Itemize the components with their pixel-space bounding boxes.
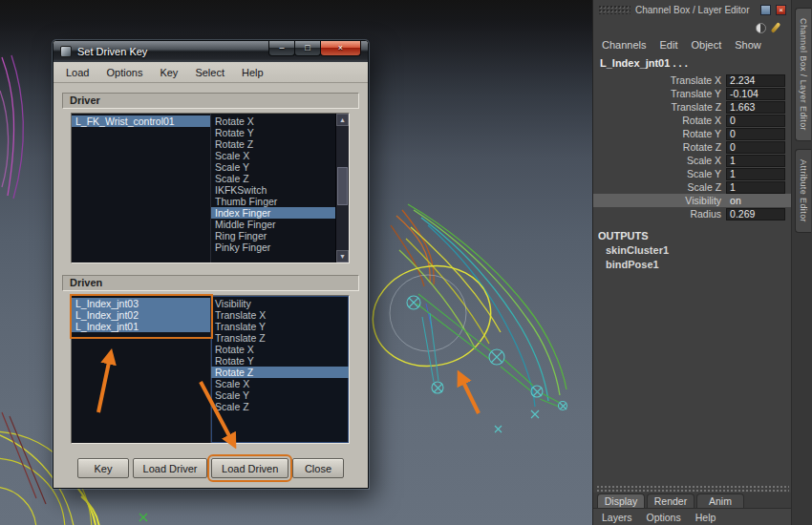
channel-value-field[interactable]: on	[726, 195, 785, 207]
menu-item-select[interactable]: Select	[195, 67, 224, 78]
menu-item-options[interactable]: Options	[647, 512, 681, 523]
driver-objects-pane[interactable]: L_FK_Wrist_control01	[72, 114, 211, 262]
driver-scrollbar[interactable]: ▲ ▼	[335, 114, 349, 262]
drag-grip-icon[interactable]	[598, 5, 630, 14]
driver-attributes-pane[interactable]: Rotate X Rotate Y Rotate Z Scale X Scale…	[211, 114, 335, 262]
layer-editor-header: Display Render Anim Layers Options Help	[593, 484, 791, 525]
channel-name: Rotate Z	[593, 141, 726, 153]
menu-item-key[interactable]: Key	[160, 67, 178, 78]
minimize-button[interactable]: –	[268, 41, 295, 56]
driver-attribute-row[interactable]: Ring Finger	[211, 230, 335, 242]
driver-attribute-row[interactable]: Rotate X	[211, 116, 335, 127]
tab-anim[interactable]: Anim	[696, 494, 744, 508]
menu-item-object[interactable]: Object	[691, 39, 721, 51]
driver-attribute-row-selected[interactable]: Index Finger	[211, 207, 335, 219]
driven-attribute-row[interactable]: Scale X	[211, 378, 349, 389]
maximize-button[interactable]: □	[294, 41, 321, 56]
channel-value-field[interactable]: 1	[726, 155, 785, 167]
channel-value-field[interactable]: 0.269	[726, 208, 785, 220]
tab-render[interactable]: Render	[647, 494, 694, 508]
channel-name: Scale X	[593, 155, 726, 166]
splitter-handle[interactable]	[595, 484, 789, 493]
channel-value-field[interactable]: -0.104	[726, 88, 785, 100]
driver-attribute-row[interactable]: Scale Z	[211, 173, 335, 184]
channel-value-field[interactable]: 0	[726, 115, 785, 127]
driver-attribute-row[interactable]: Thumb Finger	[211, 196, 335, 207]
close-button[interactable]: ×	[320, 41, 361, 56]
drag-grip-icon[interactable]	[755, 5, 757, 14]
driven-attribute-row[interactable]: Scale Z	[211, 401, 349, 412]
close-dialog-button[interactable]: Close	[292, 458, 344, 478]
menu-item-show[interactable]: Show	[735, 39, 761, 51]
tab-display[interactable]: Display	[597, 494, 645, 508]
channel-value-field[interactable]: 0	[726, 128, 785, 140]
window-title: Set Driven Key	[77, 46, 147, 57]
menu-item-layers[interactable]: Layers	[602, 512, 632, 523]
window-controls: – □ ×	[269, 41, 361, 56]
driven-objects-pane[interactable]: L_Index_jnt03 L_Index_jnt02 L_Index_jnt0…	[72, 296, 211, 443]
channel-value-field[interactable]: 1.663	[726, 101, 785, 114]
pin-icon[interactable]	[771, 22, 781, 33]
scroll-up-icon[interactable]: ▲	[336, 114, 349, 126]
panel-window-icon[interactable]	[760, 5, 771, 15]
channel-name: Translate Z	[593, 101, 726, 113]
panel-titlebar[interactable]: Channel Box / Layer Editor ×	[593, 0, 791, 19]
panel-close-icon[interactable]: ×	[776, 5, 786, 15]
driven-attribute-row[interactable]: Visibility	[211, 298, 349, 309]
contrast-toggle-icon[interactable]	[756, 23, 766, 33]
titlebar[interactable]: Set Driven Key – □ ×	[53, 41, 368, 62]
menu-item-options[interactable]: Options	[106, 67, 142, 78]
channel-name: Visibility	[593, 195, 726, 206]
scroll-track[interactable]	[336, 126, 349, 250]
driven-attribute-row[interactable]: Scale Y	[211, 389, 349, 401]
driven-object-row-selected[interactable]: L_Index_jnt01	[72, 321, 210, 332]
channel-box-panel: Channel Box / Layer Editor × Channels Ed…	[592, 0, 812, 525]
channel-value-field[interactable]: 0	[726, 141, 785, 154]
load-driven-button[interactable]: Load Driven	[211, 458, 288, 478]
dialog-icon	[60, 46, 72, 57]
channel-name: Translate Y	[593, 88, 726, 99]
object-name[interactable]: L_Index_jnt01 . . .	[593, 53, 791, 74]
menu-item-help[interactable]: Help	[695, 512, 716, 523]
driven-attribute-row[interactable]: Translate Z	[211, 332, 349, 344]
output-item[interactable]: bindPose1	[593, 258, 791, 272]
channel-row: Rotate Z 0	[593, 140, 791, 154]
scroll-down-icon[interactable]: ▼	[336, 250, 349, 262]
driven-object-row-selected[interactable]: L_Index_jnt02	[72, 309, 210, 321]
tab-attribute-editor[interactable]: Attribute Editor	[795, 149, 811, 233]
key-button[interactable]: Key	[77, 458, 129, 478]
driven-attribute-row[interactable]: Translate X	[211, 309, 349, 321]
dialog-buttons: Key Load Driver Load Driven Close	[53, 458, 368, 478]
driver-attribute-row[interactable]: IKFKSwitch	[211, 184, 335, 196]
close-icon: ×	[338, 43, 343, 52]
menu-item-help[interactable]: Help	[242, 67, 264, 78]
channel-row: Radius 0.269	[593, 207, 791, 220]
driver-attribute-row[interactable]: Rotate Z	[211, 138, 335, 150]
menu-item-channels[interactable]: Channels	[602, 39, 646, 51]
menu-item-load[interactable]: Load	[66, 67, 89, 78]
channel-value-field[interactable]: 1	[726, 168, 785, 180]
load-driver-button[interactable]: Load Driver	[133, 458, 208, 478]
channel-row: Translate Z 1.663	[593, 100, 791, 114]
driven-attribute-row[interactable]: Translate Y	[211, 321, 349, 332]
channel-row: Scale Y 1	[593, 167, 791, 180]
driver-attribute-row[interactable]: Rotate Y	[211, 127, 335, 138]
driver-attribute-row[interactable]: Pinky Finger	[211, 242, 335, 253]
channel-value-field[interactable]: 1	[726, 181, 785, 194]
channel-name: Rotate Y	[593, 128, 726, 139]
driven-attribute-row[interactable]: Rotate X	[211, 344, 349, 355]
driven-object-row-selected[interactable]: L_Index_jnt03	[72, 298, 210, 309]
driven-attribute-row-selected[interactable]: Rotate Z	[211, 367, 349, 378]
driver-object-row[interactable]: L_FK_Wrist_control01	[72, 116, 210, 127]
channel-value-field[interactable]: 2.234	[726, 74, 785, 87]
driven-attributes-pane[interactable]: Visibility Translate X Translate Y Trans…	[211, 296, 349, 443]
driver-attribute-row[interactable]: Middle Finger	[211, 219, 335, 230]
driver-attribute-row[interactable]: Scale X	[211, 150, 335, 161]
output-item[interactable]: skinCluster1	[593, 243, 791, 258]
tab-channel-box-layer-editor[interactable]: Channel Box / Layer Editor	[795, 8, 811, 141]
menu-item-edit[interactable]: Edit	[659, 39, 677, 51]
driver-attribute-row[interactable]: Scale Y	[211, 161, 335, 173]
driven-attribute-row[interactable]: Rotate Y	[211, 355, 349, 367]
minimize-icon: –	[279, 43, 284, 52]
scroll-thumb[interactable]	[337, 167, 348, 205]
